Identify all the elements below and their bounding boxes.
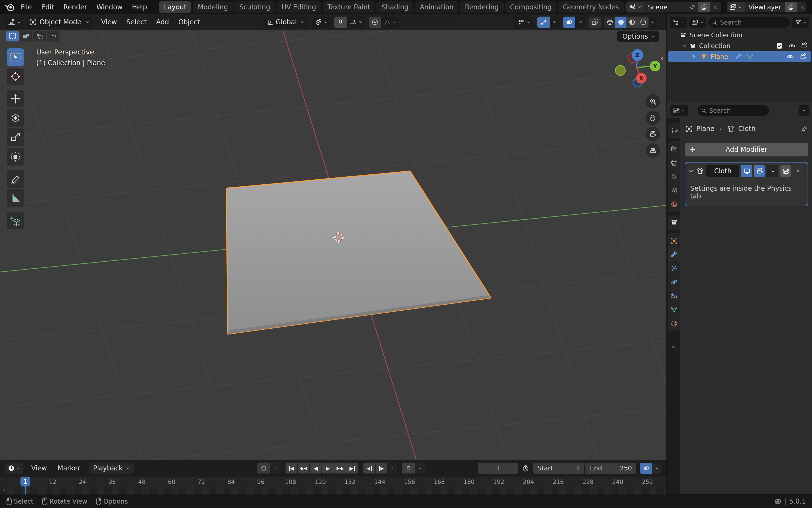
editor-type-button[interactable] — [5, 16, 24, 28]
play-button[interactable]: ▶ — [322, 463, 334, 473]
props-tab-render[interactable] — [668, 142, 680, 156]
eye-icon[interactable] — [786, 53, 794, 60]
frame-start-field[interactable]: Start 1 — [533, 463, 584, 474]
shading-dropdown[interactable] — [649, 16, 657, 28]
outliner-editor-type-button[interactable] — [670, 17, 687, 28]
timeline-snap-toggle[interactable] — [402, 463, 415, 473]
auto-keying-toggle[interactable] — [257, 463, 270, 473]
timeline-snap-dropdown[interactable] — [415, 463, 425, 473]
frame-jump-dropdown[interactable] — [388, 463, 397, 473]
jump-to-start-button[interactable]: ◀ — [286, 463, 297, 473]
modifier-name-field[interactable]: Cloth — [706, 165, 739, 177]
timeline-menu-view[interactable]: View — [26, 464, 52, 472]
viewlayer-browse-button[interactable] — [727, 2, 745, 12]
plane-object[interactable] — [226, 171, 491, 334]
eye-icon[interactable] — [788, 42, 796, 50]
tool-add-cube-button[interactable] — [7, 212, 24, 229]
cloth-modifier-icon[interactable] — [746, 53, 754, 60]
tool-cursor-button[interactable] — [7, 68, 24, 85]
play-reverse-button[interactable]: ◀ — [310, 463, 322, 473]
outliner-row-scene-collection[interactable]: Scene Collection — [667, 30, 812, 40]
next-keyframe-button[interactable]: ▶◆ — [334, 463, 346, 473]
select-mode-circle-button[interactable] — [33, 31, 46, 41]
outliner-display-mode-button[interactable] — [689, 17, 706, 28]
properties-options-button[interactable] — [799, 105, 809, 116]
prev-keyframe-button[interactable]: ◆◀ — [298, 463, 309, 473]
show-overlays-toggle[interactable] — [563, 16, 575, 28]
props-tab-physics[interactable] — [668, 275, 680, 289]
frame-forward-button[interactable]: ▶ — [376, 463, 387, 473]
menu-help[interactable]: Help — [127, 0, 152, 14]
snap-mode-button[interactable] — [347, 16, 366, 28]
tool-select-box-button[interactable] — [7, 48, 24, 66]
outliner-filter-button[interactable] — [793, 17, 809, 28]
tool-scale-button[interactable] — [7, 128, 24, 146]
menu-window[interactable]: Window — [92, 0, 127, 14]
timeline-editor-type-button[interactable] — [5, 463, 23, 474]
navigation-gizmo[interactable]: Z Y X — [615, 46, 662, 93]
timeline-ruler[interactable]: 1224364860728496108120132144156168180192… — [0, 476, 666, 487]
props-tab-tool[interactable] — [668, 124, 680, 138]
tool-rotate-button[interactable] — [7, 109, 24, 127]
workspace-tab-layout[interactable]: Layout — [159, 1, 191, 13]
workspace-tab-rendering[interactable]: Rendering — [460, 1, 504, 13]
proportional-falloff-button[interactable] — [381, 16, 399, 28]
workspace-tab-modeling[interactable]: Modeling — [193, 1, 233, 13]
select-mode-box-button[interactable] — [19, 31, 32, 41]
pin-scene-button[interactable] — [686, 2, 698, 12]
expand-chevron-icon[interactable] — [681, 43, 687, 49]
viewlayer-name[interactable]: ViewLayer — [745, 4, 785, 11]
new-scene-button[interactable] — [698, 2, 710, 12]
properties-editor-type-button[interactable] — [670, 105, 688, 116]
props-tab-object[interactable] — [668, 234, 680, 248]
gizmos-dropdown[interactable] — [550, 16, 560, 28]
props-tabs-overflow[interactable] — [667, 340, 680, 354]
props-tab-material[interactable] — [668, 317, 680, 331]
jump-to-end-button[interactable]: ▶ — [346, 463, 358, 473]
workspace-tab-animation[interactable]: Animation — [415, 1, 459, 13]
props-tab-scene[interactable] — [668, 183, 680, 197]
workspace-tab-sculpting[interactable]: Sculpting — [234, 1, 275, 13]
gizmo-axis-neg-y[interactable] — [615, 66, 625, 76]
pan-view-button[interactable] — [646, 111, 660, 125]
frame-back-button[interactable]: ◀ — [364, 463, 375, 473]
props-tab-collection[interactable] — [668, 216, 680, 229]
snap-toggle[interactable] — [334, 16, 347, 28]
workspace-tab-compositing[interactable]: Compositing — [505, 1, 557, 13]
zoom-view-button[interactable] — [646, 94, 660, 109]
menu-edit[interactable]: Edit — [37, 0, 58, 14]
orthographic-view-button[interactable] — [646, 143, 660, 158]
frame-end-field[interactable]: End 250 — [585, 463, 636, 474]
workspace-tab-texture-paint[interactable]: Texture Paint — [323, 1, 375, 13]
tool-measure-button[interactable] — [7, 189, 24, 207]
transform-orientation-selector[interactable]: Global — [263, 16, 309, 28]
mode-selector[interactable]: Object Mode — [27, 16, 93, 28]
stopwatch-icon[interactable] — [521, 464, 530, 472]
tool-transform-button[interactable] — [7, 148, 24, 166]
outliner-row-collection[interactable]: Collection — [667, 40, 812, 51]
workspace-tab-uv-editing[interactable]: UV Editing — [277, 1, 321, 13]
modifier-wrench-icon[interactable] — [735, 53, 743, 60]
tool-annotate-button[interactable] — [7, 170, 24, 188]
outliner-search-input[interactable] — [720, 19, 787, 26]
breadcrumb-object[interactable]: Plane — [696, 125, 715, 133]
overlays-dropdown[interactable] — [575, 16, 585, 28]
viewport-menu-view[interactable]: View — [96, 18, 122, 26]
shading-solid-button[interactable] — [615, 16, 626, 28]
show-gizmos-toggle[interactable] — [537, 16, 550, 28]
viewport-options-button[interactable]: Options — [617, 31, 659, 42]
timeline[interactable]: View Marker Playback ◀ — [0, 460, 666, 494]
keying-dropdown[interactable] — [271, 463, 280, 473]
breadcrumb-modifier[interactable]: Cloth — [738, 125, 756, 133]
modifier-display-options-button[interactable] — [780, 165, 791, 177]
props-tab-world[interactable] — [668, 197, 680, 211]
viewport-menu-select[interactable]: Select — [122, 18, 151, 26]
modifier-drag-handle[interactable] — [794, 165, 805, 177]
props-tab-output[interactable] — [668, 156, 680, 170]
scene-browse-button[interactable] — [626, 2, 644, 12]
shading-wireframe-button[interactable] — [604, 16, 615, 28]
panel-expand-chevron-icon[interactable] — [688, 168, 694, 174]
timeline-overlays-dropdown[interactable] — [652, 463, 662, 474]
menu-render[interactable]: Render — [59, 0, 92, 14]
timeline-menu-marker[interactable]: Marker — [52, 464, 86, 472]
